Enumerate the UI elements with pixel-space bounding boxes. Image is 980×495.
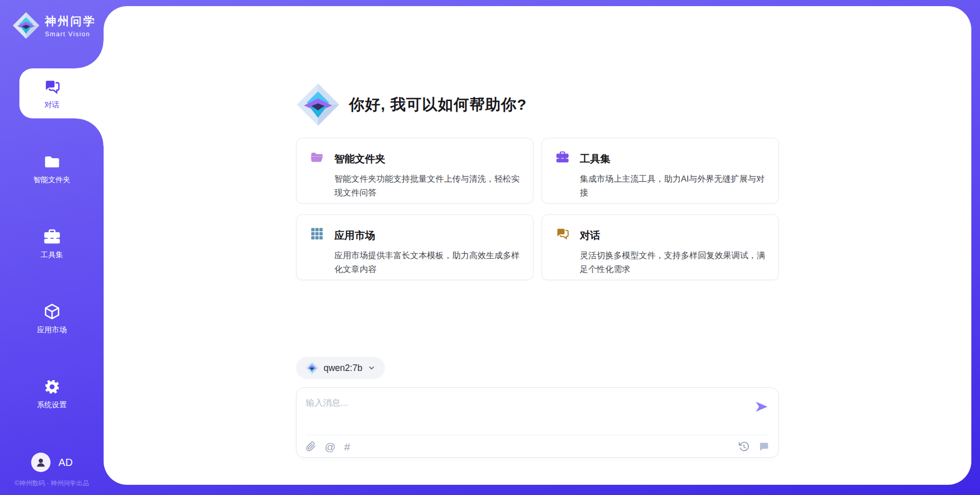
active-tab-background — [19, 68, 107, 118]
mention-icon[interactable]: @ — [325, 441, 335, 452]
sidebar-item-smart-folder[interactable]: 智能文件夹 — [0, 143, 104, 193]
sidebar-item-toolset[interactable]: 工具集 — [0, 218, 104, 268]
sidebar-footer: ©神州数码 · 神州问学出品 — [0, 479, 104, 495]
brand-diamond-icon — [296, 83, 340, 127]
sidebar-item-label: 对话 — [44, 100, 59, 110]
sidebar-item-chat[interactable]: 对话 — [0, 68, 104, 118]
card-title: 智能文件夹 — [334, 152, 521, 166]
brand-name: 神州问学 — [45, 14, 96, 29]
avatar — [31, 453, 51, 472]
composer-input-row — [306, 394, 769, 435]
tab-curve-top — [76, 41, 104, 68]
card-title: 应用市场 — [334, 229, 521, 242]
sidebar-item-label: 系统设置 — [37, 400, 67, 410]
gear-icon — [43, 378, 61, 396]
chevron-down-icon — [368, 364, 376, 372]
card-title: 对话 — [580, 229, 766, 242]
card-toolset[interactable]: 工具集 集成市场上主流工具，助力AI与外界无缝扩展与对接 — [542, 138, 779, 204]
folder-icon — [43, 153, 61, 171]
send-icon[interactable] — [754, 399, 769, 414]
model-name: qwen2:7b — [324, 363, 362, 374]
sidebar-item-label: 应用市场 — [37, 325, 67, 335]
brand-subtitle: Smart Vision — [45, 31, 96, 38]
brand-diamond-icon — [12, 12, 40, 39]
topic-icon[interactable]: # — [344, 441, 350, 452]
composer-toolbar: @ # — [306, 435, 769, 452]
history-icon[interactable] — [738, 441, 749, 452]
greeting-row: 你好, 我可以如何帮助你? — [296, 83, 779, 127]
brand-text: 神州问学 Smart Vision — [45, 14, 96, 38]
card-description: 灵活切换多模型文件，支持多样回复效果调试，满足个性化需求 — [580, 249, 766, 280]
card-chat[interactable]: 对话 灵活切换多模型文件，支持多样回复效果调试，满足个性化需求 — [542, 214, 779, 280]
sidebar-item-label: 工具集 — [41, 250, 63, 260]
chat-home-content: 你好, 我可以如何帮助你? 智能文件夹 智能文件夹功能支持批量文件上传与清洗，轻… — [296, 6, 779, 458]
tab-curve-bottom — [76, 118, 104, 146]
card-description: 应用市场提供丰富长文本模板，助力高效生成多样化文章内容 — [334, 249, 521, 280]
chat-icon — [555, 227, 570, 241]
card-smart-folder[interactable]: 智能文件夹 智能文件夹功能支持批量文件上传与清洗，轻松实现文件问答 — [296, 138, 533, 204]
sidebar-item-label: 智能文件夹 — [33, 175, 70, 185]
sidebar: 神州问学 Smart Vision 对话 智能文件夹 — [0, 0, 104, 495]
model-selector[interactable]: qwen2:7b — [296, 357, 385, 379]
sidebar-nav: 对话 智能文件夹 工具集 应用市场 — [0, 68, 104, 443]
brand-logo-row: 神州问学 Smart Vision — [0, 0, 104, 43]
paperclip-icon[interactable] — [306, 441, 316, 452]
user-profile[interactable]: AD — [0, 453, 104, 472]
feature-cards: 智能文件夹 智能文件夹功能支持批量文件上传与清洗，轻松实现文件问答 工具集 集成… — [296, 138, 779, 280]
card-description: 智能文件夹功能支持批量文件上传与清洗，轻松实现文件问答 — [334, 172, 521, 203]
chat-icon — [43, 78, 61, 96]
user-name: AD — [59, 457, 73, 468]
message-input[interactable] — [306, 394, 754, 424]
grid-icon — [310, 227, 324, 241]
toolbox-icon — [555, 150, 570, 164]
card-app-market[interactable]: 应用市场 应用市场提供丰富长文本模板，助力高效生成多样化文章内容 — [296, 214, 533, 280]
sidebar-bottom: AD ©神州数码 · 神州问学出品 — [0, 453, 104, 495]
card-description: 集成市场上主流工具，助力AI与外界无缝扩展与对接 — [580, 172, 766, 203]
card-title: 工具集 — [580, 152, 766, 166]
toolbox-icon — [43, 228, 61, 246]
folder-open-icon — [310, 150, 324, 164]
greeting-title: 你好, 我可以如何帮助你? — [349, 94, 527, 115]
sidebar-item-settings[interactable]: 系统设置 — [0, 368, 104, 418]
brand-diamond-icon — [305, 361, 318, 375]
message-composer: @ # — [296, 387, 779, 458]
feedback-icon[interactable] — [758, 441, 769, 452]
sidebar-item-app-market[interactable]: 应用市场 — [0, 293, 104, 343]
main-panel: 你好, 我可以如何帮助你? 智能文件夹 智能文件夹功能支持批量文件上传与清洗，轻… — [104, 6, 971, 485]
cube-icon — [43, 303, 61, 321]
